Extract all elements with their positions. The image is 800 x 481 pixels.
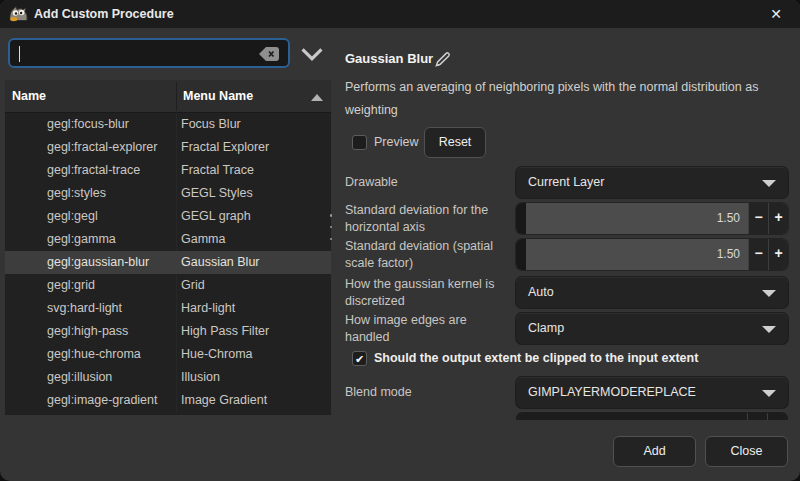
column-header-name[interactable]: Name bbox=[12, 80, 46, 113]
field-label: Drawable bbox=[345, 174, 511, 192]
table-header: Name Menu Name bbox=[5, 80, 331, 113]
dropdown[interactable]: Clamp bbox=[516, 313, 788, 344]
procedure-description: Performs an averaging of neighboring pix… bbox=[345, 76, 763, 122]
table-row[interactable]: gegl:fractal-explorerFractal Explorer bbox=[5, 136, 331, 159]
field-row: How image edges are handledClamp bbox=[345, 313, 788, 344]
dropdown-value: Current Layer bbox=[528, 167, 604, 198]
procedure-name-cell: gegl:gamma bbox=[47, 228, 116, 251]
dropdown[interactable]: GIMPLAYERMODEREPLACE bbox=[516, 377, 788, 408]
menu-name-cell: Gaussian Blur bbox=[181, 251, 260, 274]
menu-name-cell: Gamma bbox=[181, 228, 225, 251]
table-row[interactable]: gegl:fractal-traceFractal Trace bbox=[5, 159, 331, 182]
table-row[interactable]: gegl:hue-chromaHue-Chroma bbox=[5, 343, 331, 366]
decrement-button[interactable]: − bbox=[748, 203, 768, 234]
slider-fill bbox=[516, 203, 526, 234]
field-label: How image edges are handled bbox=[345, 311, 511, 346]
field-row: How the gaussian kernel is discretizedAu… bbox=[345, 277, 788, 308]
table-row[interactable]: gegl:gaussian-blurGaussian Blur bbox=[5, 251, 331, 274]
field-row: DrawableCurrent Layer bbox=[345, 167, 788, 198]
field-row: ✔Should the output extent be clipped to … bbox=[345, 351, 788, 367]
menu-name-cell: Fractal Explorer bbox=[181, 136, 269, 159]
procedure-name-cell: gegl:gaussian-blur bbox=[47, 251, 149, 274]
clipped-spinscale[interactable] bbox=[516, 411, 788, 420]
clip-extent-checkbox[interactable]: ✔ bbox=[352, 351, 367, 366]
table-row[interactable]: gegl:stylesGEGL Styles bbox=[5, 182, 331, 205]
table-row[interactable]: gegl:geglGEGL graph bbox=[5, 205, 331, 228]
chevron-down-icon[interactable] bbox=[301, 47, 323, 61]
field-label: Standard deviation for the horizontal ax… bbox=[345, 201, 511, 236]
field-label: How the gaussian kernel is discretized bbox=[345, 275, 511, 310]
procedure-name-cell: gegl:fractal-trace bbox=[47, 159, 140, 182]
increment-button[interactable]: + bbox=[768, 203, 788, 234]
menu-name-cell: Grid bbox=[181, 274, 205, 297]
procedure-name-cell: gegl:gegl bbox=[47, 205, 98, 228]
spinscale-slider[interactable]: 1.50−+ bbox=[516, 239, 788, 270]
add-button[interactable]: Add bbox=[613, 436, 696, 467]
menu-name-cell: Fractal Trace bbox=[181, 159, 254, 182]
table-row[interactable]: gegl:image-gradientImage Gradient bbox=[5, 389, 331, 412]
close-button[interactable]: Close bbox=[705, 436, 788, 467]
procedure-name-cell: gegl:grid bbox=[47, 274, 95, 297]
menu-name-cell: GEGL graph bbox=[181, 205, 251, 228]
field-row: Standard deviation for the horizontal ax… bbox=[345, 203, 788, 234]
field-row: Blend modeGIMPLAYERMODEREPLACE bbox=[345, 377, 788, 408]
table-row[interactable]: gegl:gridGrid bbox=[5, 274, 331, 297]
table-row[interactable]: gegl:focus-blurFocus Blur bbox=[5, 113, 331, 136]
dropdown-value: Auto bbox=[528, 277, 554, 308]
procedure-name-cell: gegl:fractal-explorer bbox=[47, 136, 157, 159]
procedure-name-cell: svg:hard-light bbox=[47, 297, 122, 320]
spinscale-value: 1.50 bbox=[717, 239, 740, 270]
procedure-name-cell: gegl:focus-blur bbox=[47, 113, 129, 136]
search-input[interactable] bbox=[8, 38, 290, 68]
sort-ascending-icon bbox=[311, 94, 323, 101]
clear-search-icon[interactable] bbox=[259, 47, 279, 61]
table-row[interactable]: gegl:illusionIllusion bbox=[5, 366, 331, 389]
procedure-title: Gaussian Blur bbox=[345, 51, 433, 66]
field-label: Standard deviation (spatial scale factor… bbox=[345, 237, 511, 272]
column-divider[interactable] bbox=[176, 82, 177, 111]
increment-button[interactable]: + bbox=[768, 239, 788, 270]
window-close-icon[interactable]: ✕ bbox=[764, 0, 788, 28]
procedure-name-cell: gegl:image-gradient bbox=[47, 389, 158, 412]
preview-label: Preview bbox=[374, 127, 418, 158]
text-cursor bbox=[19, 46, 20, 62]
menu-name-cell: High Pass Filter bbox=[181, 320, 269, 343]
slider-fill bbox=[516, 239, 526, 270]
field-label: Should the output extent be clipped to t… bbox=[374, 351, 698, 365]
reset-button[interactable]: Reset bbox=[424, 127, 486, 158]
table-row[interactable]: svg:hard-lightHard-light bbox=[5, 297, 331, 320]
dropdown-value: Clamp bbox=[528, 313, 564, 344]
chevron-down-icon bbox=[762, 326, 776, 333]
menu-name-cell: GEGL Styles bbox=[181, 182, 253, 205]
menu-name-cell: Hard-light bbox=[181, 297, 235, 320]
table-row[interactable]: gegl:gammaGamma bbox=[5, 228, 331, 251]
procedure-table: Name Menu Name gegl:focus-blurFocus Blur… bbox=[5, 80, 331, 415]
procedure-name-cell: gegl:high-pass bbox=[47, 320, 128, 343]
spinscale-slider[interactable]: 1.50−+ bbox=[516, 203, 788, 234]
dropdown[interactable]: Current Layer bbox=[516, 167, 788, 198]
preview-checkbox[interactable] bbox=[352, 135, 367, 150]
chevron-down-icon bbox=[762, 180, 776, 187]
titlebar: Add Custom Procedure ✕ bbox=[0, 0, 800, 28]
field-label: Blend mode bbox=[345, 384, 511, 402]
window-title: Add Custom Procedure bbox=[34, 0, 174, 28]
column-header-menu-name[interactable]: Menu Name bbox=[183, 80, 253, 113]
pane-splitter-handle[interactable] bbox=[327, 214, 335, 240]
edit-pencil-icon[interactable] bbox=[433, 50, 452, 69]
gimp-wilber-icon bbox=[8, 5, 28, 23]
table-body: gegl:focus-blurFocus Blurgegl:fractal-ex… bbox=[5, 113, 331, 412]
chevron-down-icon bbox=[762, 290, 776, 297]
procedure-name-cell: gegl:illusion bbox=[47, 366, 112, 389]
spinscale-value: 1.50 bbox=[717, 203, 740, 234]
dropdown[interactable]: Auto bbox=[516, 277, 788, 308]
menu-name-cell: Image Gradient bbox=[181, 389, 267, 412]
menu-name-cell: Focus Blur bbox=[181, 113, 241, 136]
table-row[interactable]: gegl:high-passHigh Pass Filter bbox=[5, 320, 331, 343]
procedure-name-cell: gegl:hue-chroma bbox=[47, 343, 141, 366]
decrement-button[interactable]: − bbox=[748, 239, 768, 270]
field-row: Standard deviation (spatial scale factor… bbox=[345, 239, 788, 270]
add-custom-procedure-dialog: Add Custom Procedure ✕ Name Menu Name ge… bbox=[0, 0, 800, 481]
dropdown-value: GIMPLAYERMODEREPLACE bbox=[528, 377, 696, 408]
menu-name-cell: Hue-Chroma bbox=[181, 343, 253, 366]
chevron-down-icon bbox=[762, 390, 776, 397]
